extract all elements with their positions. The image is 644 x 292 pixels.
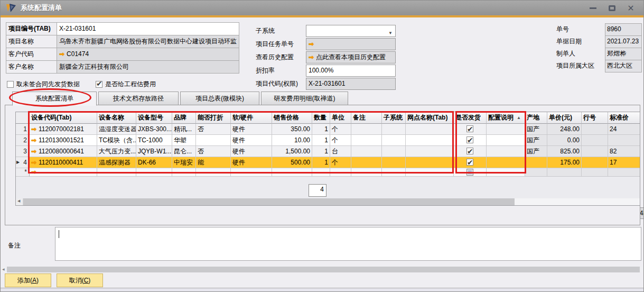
col-unit[interactable]: 单位	[330, 112, 351, 124]
cell-line-no[interactable]	[582, 157, 608, 168]
history-link-field[interactable]: 点此查看本项目历史配置	[306, 51, 396, 63]
tab-system-config[interactable]: 系统配置清单	[12, 92, 97, 106]
cell-site-name[interactable]	[406, 135, 454, 146]
cell-site-name[interactable]	[406, 168, 454, 177]
col-origin[interactable]: 产地	[525, 112, 547, 124]
cell-line-no[interactable]	[582, 135, 608, 146]
cell-std-price[interactable]	[608, 168, 640, 177]
add-button[interactable]: 添加(A)	[5, 273, 51, 287]
lookup-arrow-icon[interactable]	[31, 168, 39, 176]
cell-line-no[interactable]	[582, 146, 608, 157]
tab-project-summary[interactable]: 项目总表(微模块)	[180, 92, 259, 105]
lookup-arrow-icon[interactable]	[31, 125, 39, 133]
lookup-arrow-icon[interactable]	[309, 53, 316, 61]
cell-unit-price[interactable]: 825.00	[547, 146, 582, 157]
cell-device-model[interactable]: JXBS-300...	[136, 124, 172, 135]
cell-site-name[interactable]	[406, 157, 454, 168]
project-name-field[interactable]: 乌鲁木齐市新疆广电网络股份有限公司数据中心建设项目动环监	[57, 35, 239, 48]
cell-device-model[interactable]	[136, 168, 172, 177]
discount-rate-field[interactable]: 100.00%	[306, 65, 396, 77]
cell-discountable[interactable]	[196, 135, 231, 146]
row-count-box[interactable]: 4	[309, 184, 326, 197]
cell-soft-hard[interactable]: 硬件	[231, 146, 272, 157]
cell-line-no[interactable]	[582, 168, 608, 177]
cell-remark[interactable]	[351, 168, 382, 177]
cell-remark[interactable]	[351, 146, 382, 157]
row-selector[interactable]: 1	[16, 124, 30, 135]
col-soft-hard[interactable]: 软/硬件	[231, 112, 272, 124]
ship-checkbox[interactable]	[466, 148, 473, 154]
form-horizontal-scrollbar[interactable]	[2, 267, 643, 272]
cell-device-code[interactable]: 1120130001521	[30, 135, 97, 146]
cell-soft-hard[interactable]	[231, 168, 272, 177]
cell-unit[interactable]: 个	[330, 157, 351, 168]
lookup-arrow-icon[interactable]	[59, 50, 67, 58]
ship-checkbox[interactable]	[466, 136, 473, 143]
lookup-arrow-icon[interactable]	[31, 148, 39, 155]
cell-sale-price[interactable]: 10.00	[272, 135, 312, 146]
cell-qty[interactable]: 1	[312, 124, 330, 135]
cell-brand[interactable]: 中瑞安	[172, 157, 196, 168]
unsigned-contract-checkbox[interactable]	[7, 81, 14, 88]
cell-brand[interactable]	[172, 168, 196, 177]
minimize-button[interactable]	[583, 2, 602, 14]
cell-site-name[interactable]	[406, 146, 454, 157]
row-selector[interactable]: 4	[16, 157, 30, 168]
cell-qty[interactable]	[312, 168, 330, 177]
cell-unit-price[interactable]: 175.00	[547, 157, 582, 168]
estimate-cost-checkbox[interactable]	[96, 81, 102, 88]
cell-subsystem[interactable]	[382, 168, 406, 177]
cell-config-note[interactable]	[487, 168, 525, 177]
cell-discountable[interactable]: 否	[196, 146, 231, 157]
col-discountable[interactable]: 能否打折	[196, 112, 231, 124]
cell-sale-price[interactable]: 1,500.00	[272, 146, 312, 157]
cell-std-price[interactable]	[608, 135, 640, 146]
cell-device-model[interactable]: DK-66	[136, 157, 172, 168]
col-site-name[interactable]: 网点名称(Tab)	[406, 112, 454, 124]
close-button[interactable]	[621, 2, 640, 14]
cell-origin[interactable]	[525, 168, 547, 177]
cell-config-note[interactable]	[487, 146, 525, 157]
col-brand[interactable]: 品牌	[172, 112, 196, 124]
cell-discountable[interactable]: 否	[196, 124, 231, 135]
cell-unit[interactable]	[330, 168, 351, 177]
col-line-no[interactable]: 行号	[582, 112, 608, 124]
customer-code-field[interactable]: C01474	[57, 48, 239, 60]
cell-brand[interactable]: 精讯...	[172, 124, 196, 135]
row-selector-header[interactable]	[16, 112, 30, 124]
scroll-left-arrow-icon[interactable]	[2, 267, 7, 272]
col-ship[interactable]: 是否发货	[454, 112, 487, 124]
cell-sale-price[interactable]: 350.00	[272, 124, 312, 135]
cell-config-note[interactable]	[487, 157, 525, 168]
cell-device-code[interactable]: 1120070002181	[30, 124, 97, 135]
row-selector[interactable]: 2	[16, 135, 30, 146]
cell-brand[interactable]: 昆仑...	[172, 146, 196, 157]
scrollbar-thumb[interactable]	[23, 198, 515, 205]
cell-subsystem[interactable]	[382, 135, 406, 146]
cell-origin[interactable]: 国产	[525, 146, 547, 157]
cell-site-name[interactable]	[406, 124, 454, 135]
cell-ship[interactable]	[454, 146, 487, 157]
project-code-field[interactable]: X-21-031601	[306, 78, 396, 90]
cell-ship[interactable]	[454, 157, 487, 168]
cell-soft-hard[interactable]: 硬件	[231, 124, 272, 135]
cell-device-name[interactable]: 温湿度变送器	[97, 124, 136, 135]
col-std-price[interactable]: 标准价	[608, 112, 640, 124]
cell-sale-price[interactable]: 500.00	[272, 157, 312, 168]
cell-config-note[interactable]	[487, 135, 525, 146]
cell-soft-hard[interactable]: 硬件	[231, 135, 272, 146]
cell-remark[interactable]	[351, 135, 382, 146]
cell-soft-hard[interactable]: 硬件	[231, 157, 272, 168]
customer-name-field[interactable]: 新疆金方正科技有限公司	[57, 61, 239, 73]
project-no-field[interactable]: X-21-031601	[57, 23, 239, 35]
cell-unit-price[interactable]	[547, 168, 582, 177]
maximize-button[interactable]	[602, 2, 621, 14]
col-device-code[interactable]: 设备代码(Tab)	[30, 112, 97, 124]
cell-device-name[interactable]: 温感探测器	[97, 157, 136, 168]
cell-unit[interactable]: 个	[330, 124, 351, 135]
cell-line-no[interactable]	[582, 124, 608, 135]
cell-std-price[interactable]: 17	[608, 157, 640, 168]
grid-horizontal-scrollbar[interactable]	[16, 198, 640, 205]
cell-ship[interactable]	[454, 124, 487, 135]
cell-device-model[interactable]: JQYB-W1...	[136, 146, 172, 157]
